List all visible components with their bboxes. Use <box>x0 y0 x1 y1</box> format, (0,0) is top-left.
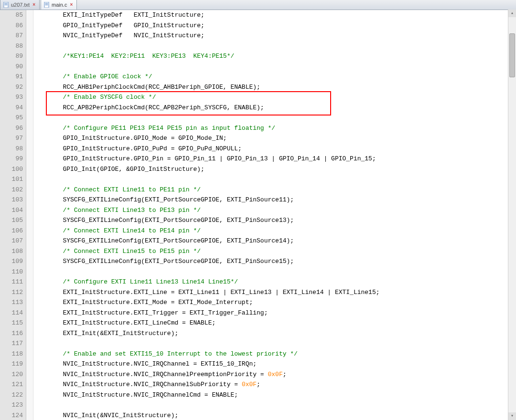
code-line[interactable]: SYSCFG_EXTILineConfig(EXTI_PortSourceGPI… <box>33 195 516 205</box>
line-number: 119 <box>0 359 23 369</box>
code-line[interactable]: GPIO_InitStructure.GPIO_PuPd = GPIO_PuPd… <box>33 144 516 154</box>
line-number: 97 <box>0 133 23 144</box>
code-line[interactable]: GPIO_InitStructure.GPIO_Mode = GPIO_Mode… <box>33 133 516 144</box>
line-number: 95 <box>0 113 23 123</box>
line-number: 109 <box>0 256 23 267</box>
line-number: 123 <box>0 400 23 410</box>
code-line[interactable]: SYSCFG_EXTILineConfig(EXTI_PortSourceGPI… <box>33 215 516 226</box>
line-number: 87 <box>0 31 23 41</box>
code-line[interactable]: NVIC_InitStructure.NVIC_IRQChannelSubPri… <box>33 379 516 390</box>
code-line[interactable]: /* Configure PE11 PE13 PE14 PE15 pin as … <box>33 123 516 134</box>
code-line[interactable]: GPIO_InitTypeDef GPIO_InitStructure; <box>33 21 516 31</box>
code-line[interactable]: NVIC_InitStructure.NVIC_IRQChannel = EXT… <box>33 359 516 369</box>
code-line[interactable]: EXTI_InitStructure.EXTI_Trigger = EXTI_T… <box>33 308 516 318</box>
code-line[interactable]: /* Configure EXTI Line11 Line13 Line14 L… <box>33 277 516 287</box>
line-number: 118 <box>0 349 23 359</box>
tab-bar: u207.txt × main.c × <box>0 0 516 10</box>
svg-rect-7 <box>45 5 48 5</box>
line-number: 112 <box>0 287 23 298</box>
scroll-thumb[interactable] <box>509 33 515 77</box>
close-icon[interactable]: × <box>32 2 35 7</box>
line-number: 117 <box>0 338 23 349</box>
line-number: 103 <box>0 195 23 205</box>
line-number: 101 <box>0 174 23 185</box>
code-line[interactable]: EXTI_InitStructure.EXTI_Line = EXTI_Line… <box>33 287 516 298</box>
line-number: 121 <box>0 379 23 390</box>
code-line[interactable]: /* Connect EXTI Line13 to PE13 pin */ <box>33 205 516 216</box>
fold-column <box>26 10 33 420</box>
code-line[interactable] <box>33 41 516 52</box>
code-line[interactable]: EXTI_InitStructure.EXTI_Mode = EXTI_Mode… <box>33 297 516 308</box>
code-area[interactable]: EXTI_InitTypeDef EXTI_InitStructure; GPI… <box>33 10 516 420</box>
tab-file-1[interactable]: main.c × <box>41 0 77 10</box>
code-line[interactable]: EXTI_InitStructure.EXTI_LineCmd = ENABLE… <box>33 318 516 328</box>
code-line[interactable] <box>33 338 516 349</box>
svg-rect-3 <box>5 5 8 5</box>
line-number: 89 <box>0 51 23 62</box>
code-line[interactable] <box>33 62 516 72</box>
line-number: 102 <box>0 185 23 195</box>
line-number: 88 <box>0 41 23 52</box>
code-line[interactable]: GPIO_Init(GPIOE, &GPIO_InitStructure); <box>33 164 516 175</box>
code-line[interactable]: /* Connect EXTI Line15 to PE15 pin */ <box>33 246 516 257</box>
code-line[interactable]: /* Connect EXTI Line14 to PE14 pin */ <box>33 226 516 236</box>
code-editor[interactable]: 8586878889909192939495969798991001011021… <box>0 10 516 420</box>
line-number: 124 <box>0 410 23 420</box>
code-line[interactable]: NVIC_InitStructure.NVIC_IRQChannelPreemp… <box>33 369 516 380</box>
code-line[interactable]: /* Enable SYSCFG clock */ <box>33 92 516 103</box>
code-line[interactable]: NVIC_InitStructure.NVIC_IRQChannelCmd = … <box>33 390 516 400</box>
code-line[interactable]: EXTI_InitTypeDef EXTI_InitStructure; <box>33 10 516 21</box>
line-number: 91 <box>0 72 23 82</box>
line-number: 86 <box>0 21 23 31</box>
doc-icon <box>3 2 9 8</box>
code-line[interactable]: SYSCFG_EXTILineConfig(EXTI_PortSourceGPI… <box>33 236 516 246</box>
line-number: 120 <box>0 369 23 380</box>
code-line[interactable]: NVIC_Init(&NVIC_InitStructure); <box>33 410 516 420</box>
code-line[interactable]: /* Connect EXTI Line11 to PE11 pin */ <box>33 185 516 195</box>
line-number: 114 <box>0 308 23 318</box>
code-line[interactable] <box>33 400 516 410</box>
code-line[interactable]: GPIO_InitStructure.GPIO_Pin = GPIO_Pin_1… <box>33 154 516 164</box>
line-number: 116 <box>0 328 23 339</box>
code-line[interactable]: EXTI_Init(&EXTI_InitStructure); <box>33 328 516 339</box>
line-number: 90 <box>0 62 23 72</box>
line-number: 100 <box>0 164 23 175</box>
code-line[interactable]: NVIC_InitTypeDef NVIC_InitStructure; <box>33 31 516 41</box>
code-line[interactable]: /* Enable GPIOE clock */ <box>33 72 516 82</box>
line-number: 108 <box>0 246 23 257</box>
vertical-scrollbar[interactable]: ▴ ▾ <box>508 10 516 420</box>
line-number: 85 <box>0 10 23 21</box>
line-number: 105 <box>0 215 23 226</box>
code-line[interactable]: SYSCFG_EXTILineConfig(EXTI_PortSourceGPI… <box>33 256 516 267</box>
code-line[interactable]: /*KEY1:PE14 KEY2:PE11 KEY3:PE13 KEY4:PE1… <box>33 51 516 62</box>
code-line[interactable]: /* Enable and set EXTI15_10 Interrupt to… <box>33 349 516 359</box>
tab-label: u207.txt <box>11 2 30 8</box>
code-line[interactable] <box>33 267 516 277</box>
line-number: 99 <box>0 154 23 164</box>
line-number: 93 <box>0 92 23 103</box>
line-number: 107 <box>0 236 23 246</box>
svg-rect-2 <box>5 4 8 4</box>
code-line[interactable] <box>33 113 516 123</box>
code-line[interactable]: RCC_AHB1PeriphClockCmd(RCC_AHB1Periph_GP… <box>33 82 516 93</box>
line-number: 92 <box>0 82 23 93</box>
svg-rect-5 <box>45 3 48 3</box>
scroll-down-icon[interactable]: ▾ <box>508 412 516 420</box>
line-number: 111 <box>0 277 23 287</box>
line-number: 113 <box>0 297 23 308</box>
code-line[interactable] <box>33 174 516 185</box>
svg-rect-1 <box>5 3 8 3</box>
tab-label: main.c <box>52 2 67 8</box>
line-number: 122 <box>0 390 23 400</box>
line-number: 106 <box>0 226 23 236</box>
line-number: 115 <box>0 318 23 328</box>
line-number: 98 <box>0 144 23 154</box>
line-number: 104 <box>0 205 23 216</box>
scroll-up-icon[interactable]: ▴ <box>508 10 516 17</box>
close-icon[interactable]: × <box>70 2 73 7</box>
code-line[interactable]: RCC_APB2PeriphClockCmd(RCC_APB2Periph_SY… <box>33 103 516 113</box>
line-number: 94 <box>0 103 23 113</box>
line-number: 110 <box>0 267 23 277</box>
svg-rect-6 <box>45 4 48 4</box>
tab-file-0[interactable]: u207.txt × <box>0 0 40 10</box>
